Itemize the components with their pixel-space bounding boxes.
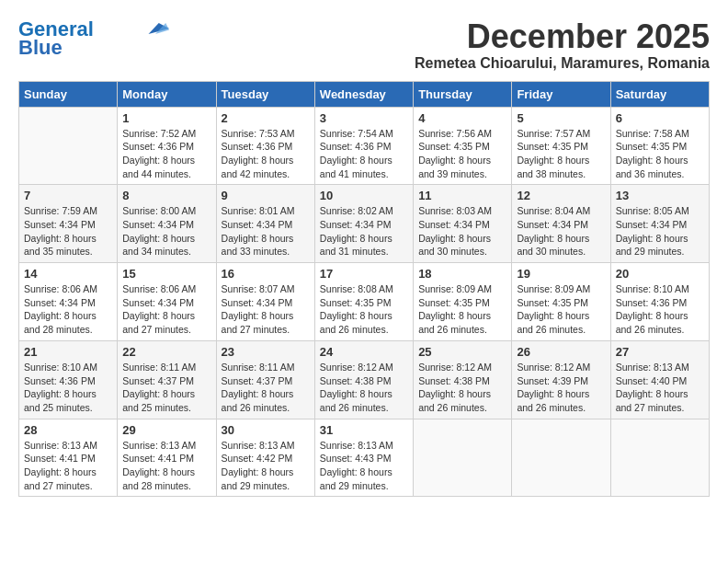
day-info: Sunrise: 8:12 AM Sunset: 4:38 PM Dayligh…: [418, 361, 506, 415]
day-number: 11: [418, 189, 506, 202]
day-info: Sunrise: 7:53 AM Sunset: 4:36 PM Dayligh…: [222, 127, 310, 181]
day-info: Sunrise: 7:52 AM Sunset: 4:36 PM Dayligh…: [122, 127, 210, 181]
day-info: Sunrise: 7:57 AM Sunset: 4:35 PM Dayligh…: [517, 127, 605, 181]
calendar-cell: 17Sunrise: 8:08 AM Sunset: 4:35 PM Dayli…: [314, 263, 413, 341]
calendar-cell: 1Sunrise: 7:52 AM Sunset: 4:36 PM Daylig…: [118, 107, 216, 185]
day-number: 1: [122, 111, 210, 125]
calendar-header-row: SundayMondayTuesdayWednesdayThursdayFrid…: [19, 81, 710, 107]
calendar-cell: 13Sunrise: 8:05 AM Sunset: 4:34 PM Dayli…: [610, 185, 709, 263]
calendar-cell: 7Sunrise: 7:59 AM Sunset: 4:34 PM Daylig…: [19, 185, 118, 263]
day-number: 17: [320, 267, 408, 281]
weekday-header-thursday: Thursday: [414, 81, 512, 107]
calendar-cell: [414, 419, 512, 497]
day-number: 31: [320, 423, 408, 437]
day-info: Sunrise: 8:07 AM Sunset: 4:34 PM Dayligh…: [222, 282, 310, 337]
day-number: 22: [122, 345, 210, 359]
day-info: Sunrise: 7:59 AM Sunset: 4:34 PM Dayligh…: [24, 204, 112, 259]
day-info: Sunrise: 8:05 AM Sunset: 4:34 PM Dayligh…: [616, 204, 704, 259]
day-number: 23: [222, 345, 310, 359]
day-number: 3: [320, 111, 408, 125]
calendar-table: SundayMondayTuesdayWednesdayThursdayFrid…: [18, 81, 710, 498]
logo: General Blue: [18, 18, 169, 59]
calendar-cell: 25Sunrise: 8:12 AM Sunset: 4:38 PM Dayli…: [414, 340, 512, 419]
day-info: Sunrise: 8:12 AM Sunset: 4:39 PM Dayligh…: [517, 361, 605, 415]
day-info: Sunrise: 8:11 AM Sunset: 4:37 PM Dayligh…: [222, 361, 310, 415]
weekday-header-wednesday: Wednesday: [314, 81, 413, 107]
calendar-cell: 22Sunrise: 8:11 AM Sunset: 4:37 PM Dayli…: [118, 340, 216, 419]
day-info: Sunrise: 8:13 AM Sunset: 4:43 PM Dayligh…: [320, 439, 408, 493]
day-number: 6: [616, 111, 704, 125]
day-info: Sunrise: 8:00 AM Sunset: 4:34 PM Dayligh…: [122, 204, 210, 259]
day-number: 12: [517, 189, 605, 202]
day-info: Sunrise: 7:56 AM Sunset: 4:35 PM Dayligh…: [418, 127, 506, 181]
calendar-week-row: 14Sunrise: 8:06 AM Sunset: 4:34 PM Dayli…: [19, 263, 710, 341]
day-number: 2: [222, 111, 310, 125]
day-number: 13: [616, 189, 704, 202]
day-number: 25: [418, 345, 506, 359]
calendar-week-row: 21Sunrise: 8:10 AM Sunset: 4:36 PM Dayli…: [19, 340, 710, 419]
calendar-cell: [19, 107, 118, 185]
day-number: 20: [616, 267, 704, 281]
calendar-cell: 10Sunrise: 8:02 AM Sunset: 4:34 PM Dayli…: [314, 185, 413, 263]
day-number: 19: [517, 267, 605, 281]
calendar-cell: 31Sunrise: 8:13 AM Sunset: 4:43 PM Dayli…: [314, 419, 413, 497]
calendar-cell: 19Sunrise: 8:09 AM Sunset: 4:35 PM Dayli…: [512, 263, 610, 341]
calendar-cell: 6Sunrise: 7:58 AM Sunset: 4:35 PM Daylig…: [610, 107, 709, 185]
calendar-cell: 4Sunrise: 7:56 AM Sunset: 4:35 PM Daylig…: [414, 107, 512, 185]
calendar-body: 1Sunrise: 7:52 AM Sunset: 4:36 PM Daylig…: [19, 107, 710, 497]
day-info: Sunrise: 8:13 AM Sunset: 4:41 PM Dayligh…: [24, 439, 112, 493]
day-number: 14: [24, 267, 112, 281]
calendar-cell: 29Sunrise: 8:13 AM Sunset: 4:41 PM Dayli…: [118, 419, 216, 497]
weekday-header-saturday: Saturday: [610, 81, 709, 107]
day-number: 21: [24, 345, 112, 359]
calendar-cell: 2Sunrise: 7:53 AM Sunset: 4:36 PM Daylig…: [216, 107, 314, 185]
weekday-header-monday: Monday: [118, 81, 216, 107]
day-number: 15: [122, 267, 210, 281]
month-title: December 2025: [415, 18, 710, 55]
calendar-cell: 23Sunrise: 8:11 AM Sunset: 4:37 PM Dayli…: [216, 340, 314, 419]
day-info: Sunrise: 8:13 AM Sunset: 4:41 PM Dayligh…: [122, 439, 210, 493]
calendar-cell: 11Sunrise: 8:03 AM Sunset: 4:34 PM Dayli…: [414, 185, 512, 263]
calendar-cell: 30Sunrise: 8:13 AM Sunset: 4:42 PM Dayli…: [216, 419, 314, 497]
day-number: 10: [320, 189, 408, 202]
day-info: Sunrise: 8:09 AM Sunset: 4:35 PM Dayligh…: [517, 282, 605, 337]
weekday-header-sunday: Sunday: [19, 81, 118, 107]
day-info: Sunrise: 8:08 AM Sunset: 4:35 PM Dayligh…: [320, 282, 408, 337]
weekday-header-tuesday: Tuesday: [216, 81, 314, 107]
calendar-cell: 5Sunrise: 7:57 AM Sunset: 4:35 PM Daylig…: [512, 107, 610, 185]
day-number: 28: [24, 423, 112, 437]
calendar-week-row: 28Sunrise: 8:13 AM Sunset: 4:41 PM Dayli…: [19, 419, 710, 497]
calendar-cell: 12Sunrise: 8:04 AM Sunset: 4:34 PM Dayli…: [512, 185, 610, 263]
day-number: 30: [222, 423, 310, 437]
day-info: Sunrise: 8:10 AM Sunset: 4:36 PM Dayligh…: [616, 282, 704, 337]
calendar-cell: 9Sunrise: 8:01 AM Sunset: 4:34 PM Daylig…: [216, 185, 314, 263]
calendar-cell: 21Sunrise: 8:10 AM Sunset: 4:36 PM Dayli…: [19, 340, 118, 419]
day-number: 5: [517, 111, 605, 125]
calendar-week-row: 7Sunrise: 7:59 AM Sunset: 4:34 PM Daylig…: [19, 185, 710, 263]
day-number: 16: [222, 267, 310, 281]
calendar-cell: 20Sunrise: 8:10 AM Sunset: 4:36 PM Dayli…: [610, 263, 709, 341]
day-info: Sunrise: 8:01 AM Sunset: 4:34 PM Dayligh…: [222, 204, 310, 259]
day-info: Sunrise: 8:06 AM Sunset: 4:34 PM Dayligh…: [122, 282, 210, 337]
day-number: 26: [517, 345, 605, 359]
day-number: 29: [122, 423, 210, 437]
day-info: Sunrise: 8:13 AM Sunset: 4:42 PM Dayligh…: [222, 439, 310, 493]
day-number: 7: [24, 189, 112, 202]
day-info: Sunrise: 8:03 AM Sunset: 4:34 PM Dayligh…: [418, 204, 506, 259]
day-number: 9: [222, 189, 310, 202]
location-title: Remetea Chioarului, Maramures, Romania: [415, 55, 710, 72]
calendar-cell: 18Sunrise: 8:09 AM Sunset: 4:35 PM Dayli…: [414, 263, 512, 341]
calendar-cell: 8Sunrise: 8:00 AM Sunset: 4:34 PM Daylig…: [118, 185, 216, 263]
logo-icon: [142, 20, 169, 37]
calendar-week-row: 1Sunrise: 7:52 AM Sunset: 4:36 PM Daylig…: [19, 107, 710, 185]
day-info: Sunrise: 7:58 AM Sunset: 4:35 PM Dayligh…: [616, 127, 704, 181]
day-info: Sunrise: 8:10 AM Sunset: 4:36 PM Dayligh…: [24, 361, 112, 415]
day-number: 8: [122, 189, 210, 202]
day-info: Sunrise: 8:11 AM Sunset: 4:37 PM Dayligh…: [122, 361, 210, 415]
title-area: December 2025 Remetea Chioarului, Maramu…: [415, 18, 710, 72]
calendar-cell: [512, 419, 610, 497]
day-number: 4: [418, 111, 506, 125]
weekday-header-friday: Friday: [512, 81, 610, 107]
day-number: 27: [616, 345, 704, 359]
calendar-cell: 26Sunrise: 8:12 AM Sunset: 4:39 PM Dayli…: [512, 340, 610, 419]
